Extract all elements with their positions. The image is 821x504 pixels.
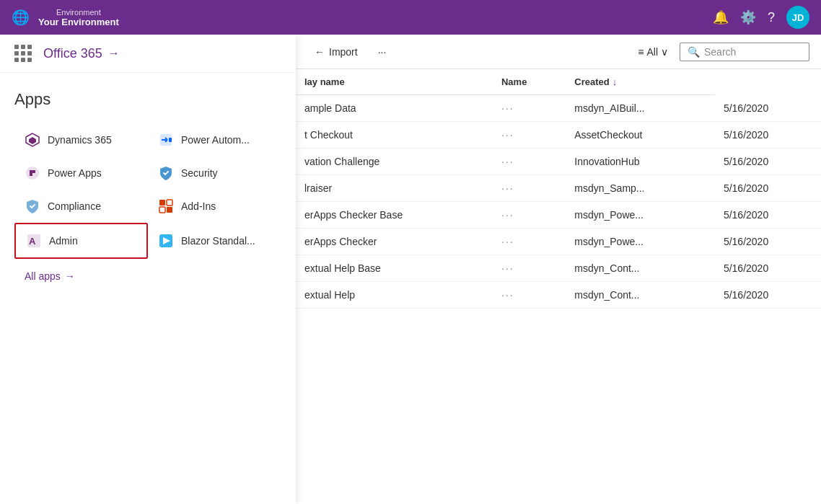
app-label-admin: Admin <box>49 235 78 247</box>
more-icon: ··· <box>378 46 387 58</box>
search-box[interactable]: 🔍 Search <box>680 43 809 61</box>
app-item-blazor[interactable]: Blazor Standal... <box>148 223 281 259</box>
table-row: erApps Checker ··· msdyn_Powe... 5/16/20… <box>296 229 821 255</box>
td-created: 5/16/2020 <box>715 122 821 149</box>
td-display-name: erApps Checker <box>296 229 493 255</box>
app-item-compliance[interactable]: Compliance <box>14 190 148 223</box>
waffle-icon[interactable] <box>14 45 32 62</box>
solutions-table: lay name Name Created ↓ <box>296 69 821 309</box>
add-ins-icon <box>158 198 174 214</box>
app-item-admin[interactable]: A Admin <box>14 223 148 259</box>
all-apps-label: All apps <box>25 270 61 282</box>
search-icon: 🔍 <box>688 46 700 58</box>
td-display-name: erApps Checker Base <box>296 202 493 229</box>
toolbar-back-btn[interactable]: ← Import <box>307 42 365 62</box>
top-bar-right: 🔔 ⚙️ ? JD <box>713 6 809 29</box>
app-label-blazor: Blazor Standal... <box>181 235 255 247</box>
table-header-row: lay name Name Created ↓ <box>296 69 821 95</box>
app-label-compliance: Compliance <box>48 200 101 212</box>
app-label-add-ins: Add-Ins <box>181 200 216 212</box>
svg-rect-5 <box>159 200 165 205</box>
toolbar-more-btn[interactable]: ··· <box>371 42 394 62</box>
td-created: 5/16/2020 <box>715 282 821 309</box>
td-created: 5/16/2020 <box>715 95 821 122</box>
td-dots[interactable]: ··· <box>493 282 566 309</box>
app-label-dynamics365: Dynamics 365 <box>48 134 112 146</box>
table-row: t Checkout ··· AssetCheckout 5/16/2020 <box>296 122 821 149</box>
app-item-dynamics365[interactable]: Dynamics 365 <box>14 123 148 156</box>
back-arrow-icon: ← <box>315 46 325 58</box>
td-name: AssetCheckout <box>566 122 715 149</box>
filter-label: All <box>646 46 658 58</box>
office-header: Office 365 → <box>0 35 296 73</box>
col-created[interactable]: Created ↓ <box>566 69 715 95</box>
td-created: 5/16/2020 <box>715 175 821 202</box>
dynamics365-icon <box>25 132 40 148</box>
power-apps-icon <box>25 165 40 181</box>
td-dots[interactable]: ··· <box>493 255 566 282</box>
td-dots[interactable]: ··· <box>493 122 566 149</box>
filter-all-btn[interactable]: ≡ All ∨ <box>632 43 674 61</box>
table-row: extual Help ··· msdyn_Cont... 5/16/2020 <box>296 282 821 309</box>
td-dots[interactable]: ··· <box>493 95 566 122</box>
globe-icon: 🌐 <box>12 9 30 26</box>
col-display-name: lay name <box>296 69 493 95</box>
left-panel: Office 365 → Apps Dynamics 365 <box>0 35 296 504</box>
all-apps-link[interactable]: All apps → <box>14 259 281 293</box>
table-row: ample Data ··· msdyn_AIBuil... 5/16/2020 <box>296 95 821 122</box>
search-placeholder: Search <box>704 46 736 58</box>
security-icon <box>158 165 174 181</box>
app-item-power-apps[interactable]: Power Apps <box>14 156 148 190</box>
svg-marker-1 <box>29 137 36 144</box>
td-display-name: lraiser <box>296 175 493 202</box>
apps-heading: Apps <box>14 90 281 109</box>
table-row: erApps Checker Base ··· msdyn_Powe... 5/… <box>296 202 821 229</box>
td-name: msdyn_AIBuil... <box>566 95 715 122</box>
table-row: extual Help Base ··· msdyn_Cont... 5/16/… <box>296 255 821 282</box>
table-body: ample Data ··· msdyn_AIBuil... 5/16/2020… <box>296 95 821 309</box>
app-item-security[interactable]: Security <box>148 156 281 190</box>
power-automate-icon <box>158 132 174 148</box>
td-dots[interactable]: ··· <box>493 149 566 175</box>
svg-rect-8 <box>167 207 172 213</box>
td-display-name: extual Help <box>296 282 493 309</box>
notifications-icon[interactable]: 🔔 <box>713 9 729 25</box>
top-bar: 🌐 Environment Your Environment 🔔 ⚙️ ? JD <box>0 0 821 35</box>
avatar[interactable]: JD <box>786 6 809 29</box>
td-created: 5/16/2020 <box>715 229 821 255</box>
col-name: Name <box>493 69 566 95</box>
app-label-power-apps: Power Apps <box>48 167 102 179</box>
compliance-icon <box>25 198 40 214</box>
svg-text:A: A <box>29 236 36 247</box>
table-row: lraiser ··· msdyn_Samp... 5/16/2020 <box>296 175 821 202</box>
import-label: Import <box>329 46 358 58</box>
app-item-power-automate[interactable]: Power Autom... <box>148 123 281 156</box>
td-name: msdyn_Powe... <box>566 229 715 255</box>
settings-icon[interactable]: ⚙️ <box>740 9 756 25</box>
app-label-power-automate: Power Autom... <box>181 134 250 146</box>
environment-name: Your Environment <box>38 17 119 27</box>
td-display-name: t Checkout <box>296 122 493 149</box>
app-item-add-ins[interactable]: Add-Ins <box>148 190 281 223</box>
svg-rect-6 <box>167 200 172 205</box>
toolbar: ← Import ··· ≡ All ∨ 🔍 Search <box>296 35 821 69</box>
environment-info: Environment Your Environment <box>38 8 119 27</box>
office365-arrow: → <box>108 47 120 60</box>
td-created: 5/16/2020 <box>715 149 821 175</box>
environment-label: Environment <box>56 8 101 17</box>
svg-rect-7 <box>159 207 165 213</box>
table-area: lay name Name Created ↓ <box>296 69 821 504</box>
table-row: vation Challenge ··· InnovationHub 5/16/… <box>296 149 821 175</box>
td-dots[interactable]: ··· <box>493 202 566 229</box>
app-label-security: Security <box>181 167 218 179</box>
td-dots[interactable]: ··· <box>493 175 566 202</box>
apps-grid: Dynamics 365 Power Autom... <box>14 123 281 259</box>
td-created: 5/16/2020 <box>715 202 821 229</box>
help-icon[interactable]: ? <box>768 10 775 25</box>
filter-chevron-icon: ∨ <box>661 46 668 58</box>
sort-arrow-icon: ↓ <box>613 76 618 87</box>
td-dots[interactable]: ··· <box>493 229 566 255</box>
office365-title: Office 365 <box>43 46 102 61</box>
blazor-icon <box>158 233 174 249</box>
top-bar-left: 🌐 Environment Your Environment <box>12 8 119 27</box>
